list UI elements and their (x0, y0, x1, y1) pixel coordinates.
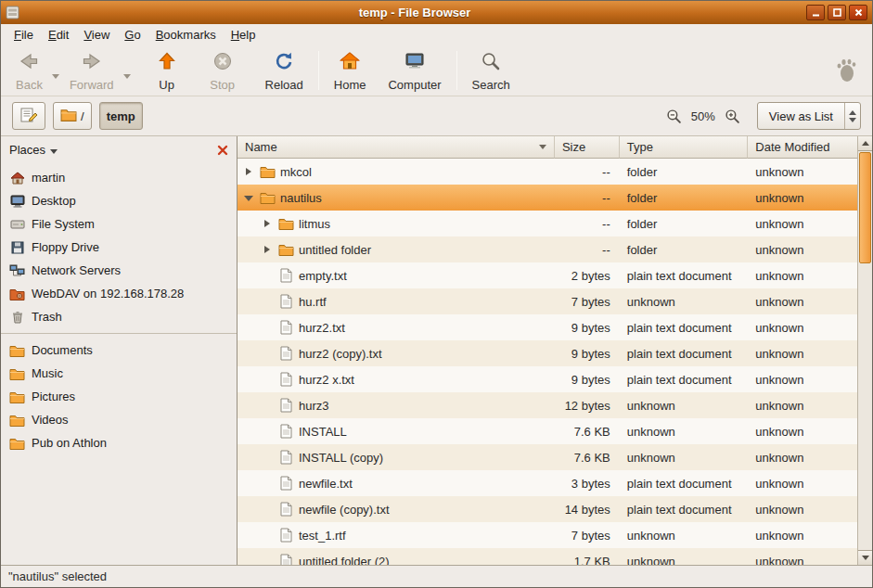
back-history-dropdown[interactable] (50, 59, 62, 83)
file-row-empty-txt[interactable]: empty.txt 2 bytes plain text document un… (238, 262, 857, 288)
minimize-button[interactable] (806, 5, 825, 20)
file-row-newfile-copy-txt[interactable]: newfile (copy).txt 14 bytes plain text d… (238, 496, 857, 522)
sidebar-mode-select[interactable]: Places (9, 143, 58, 157)
file-size: 9 bytes (555, 321, 620, 335)
scrollbar-thumb[interactable] (859, 152, 871, 263)
file-row-nautilus[interactable]: nautilus -- folder unknown (238, 185, 857, 211)
file-row-install[interactable]: INSTALL 7.6 KB unknown unknown (238, 418, 857, 444)
file-row-hurz3[interactable]: hurz3 12 bytes unknown unknown (238, 392, 857, 418)
forward-history-dropdown[interactable] (122, 59, 134, 83)
view-mode-spinner[interactable] (844, 103, 860, 129)
column-header-date-modified[interactable]: Date Modified (748, 136, 857, 159)
reload-button[interactable]: Reload (258, 47, 311, 94)
maximize-button[interactable] (828, 5, 846, 20)
sidebar-item-network-servers[interactable]: Network Servers (1, 259, 237, 282)
file-date-modified: unknown (748, 399, 857, 413)
expander (262, 270, 273, 281)
file-type: folder (620, 165, 749, 179)
file-type: plain text document (620, 321, 749, 335)
home-label: Home (334, 78, 366, 92)
sidebar-item-webdav-on-192-168-178-28[interactable]: WebDAV on 192.168.178.28 (1, 282, 237, 305)
menu-file[interactable]: File (6, 25, 41, 45)
sidebar-item-pictures[interactable]: Pictures (1, 385, 237, 408)
file-row-hurz2-copy-txt[interactable]: hurz2 (copy).txt 9 bytes plain text docu… (238, 340, 857, 366)
close-button[interactable] (849, 5, 867, 20)
file-date-modified: unknown (748, 217, 857, 231)
expander-collapsed-icon[interactable] (262, 218, 273, 229)
sidebar-item-videos[interactable]: Videos (1, 408, 237, 431)
expander (262, 322, 273, 333)
sidebar-separator (1, 333, 237, 334)
path-root-button[interactable]: / (53, 102, 92, 130)
file-row-mkcol[interactable]: mkcol -- folder unknown (238, 159, 857, 185)
home-button[interactable]: Home (327, 47, 374, 94)
file-row-test-1-rtf[interactable]: test_1.rtf 7 bytes unknown unknown (238, 522, 857, 548)
file-size: -- (555, 243, 620, 257)
home-icon (339, 50, 361, 76)
menu-bookmarks[interactable]: Bookmarks (148, 25, 224, 45)
zoom-out-button[interactable] (666, 109, 682, 124)
file-row-litmus[interactable]: litmus -- folder unknown (238, 211, 857, 236)
sidebar-item-floppy-drive[interactable]: Floppy Drive (1, 236, 237, 259)
menu-help[interactable]: Help (224, 25, 263, 45)
up-label: Up (159, 78, 174, 92)
arrow-up-icon (862, 141, 869, 146)
vertical-scrollbar[interactable] (857, 136, 872, 565)
menu-go[interactable]: Go (117, 25, 148, 45)
sidebar-item-pub-on-athlon[interactable]: Pub on Athlon (1, 431, 237, 454)
expander (262, 426, 273, 437)
sidebar-item-label: martin (32, 171, 65, 185)
menu-edit[interactable]: Edit (41, 25, 76, 45)
column-header-size[interactable]: Size (555, 136, 620, 159)
file-row-hurz2-txt[interactable]: hurz2.txt 9 bytes plain text document un… (238, 314, 857, 340)
titlebar[interactable]: temp - File Browser (1, 1, 872, 24)
sidebar-item-documents[interactable]: Documents (1, 339, 237, 362)
file-icon (277, 320, 294, 335)
webdav-icon (9, 288, 25, 300)
expander (262, 556, 273, 565)
name-cell: newfile.txt (238, 476, 555, 491)
expander-collapsed-icon[interactable] (262, 244, 273, 255)
filesystem-icon (9, 219, 25, 230)
zoom-in-button[interactable] (725, 109, 740, 124)
sidebar-item-label: Desktop (32, 194, 76, 208)
forward-button[interactable]: Forward (62, 47, 122, 94)
file-name: INSTALL (copy) (299, 451, 383, 465)
edit-location-toggle[interactable] (12, 102, 45, 130)
file-size: -- (555, 217, 620, 231)
stop-button[interactable]: Stop (202, 47, 243, 94)
file-size: 7 bytes (555, 529, 620, 543)
sidebar-item-label: Pictures (32, 390, 75, 403)
sidebar-close-button[interactable] (217, 145, 228, 156)
view-mode-select[interactable]: View as List (757, 102, 861, 130)
search-button[interactable]: Search (465, 47, 518, 94)
file-type: plain text document (620, 503, 749, 517)
file-row-install-copy-[interactable]: INSTALL (copy) 7.6 KB unknown unknown (238, 444, 857, 470)
spin-down-icon (849, 118, 856, 122)
sidebar-item-martin[interactable]: martin (1, 166, 237, 189)
column-header-name[interactable]: Name (238, 136, 555, 159)
scroll-down-button[interactable] (858, 550, 872, 565)
scroll-up-button[interactable] (858, 136, 872, 151)
expander (262, 530, 273, 541)
expander (262, 452, 273, 463)
file-size: 14 bytes (555, 503, 620, 517)
file-row-untitled-folder-2-[interactable]: untitled folder (2) 1.7 KB unknown unkno… (238, 548, 857, 565)
path-current-button[interactable]: temp (99, 102, 143, 130)
file-row-hurz2-x-txt[interactable]: hurz2 x.txt 9 bytes plain text document … (238, 366, 857, 392)
expander-collapsed-icon[interactable] (243, 166, 254, 177)
file-row-newfile-txt[interactable]: newfile.txt 3 bytes plain text document … (238, 470, 857, 496)
expander-expanded-icon[interactable] (243, 192, 254, 203)
file-row-untitled-folder[interactable]: untitled folder -- folder unknown (238, 236, 857, 262)
sidebar-item-desktop[interactable]: Desktop (1, 189, 237, 212)
column-header-type[interactable]: Type (620, 136, 749, 159)
menu-view[interactable]: View (76, 25, 117, 45)
sidebar-item-file-system[interactable]: File System (1, 212, 237, 236)
back-button[interactable]: Back (8, 47, 50, 94)
sidebar-item-trash[interactable]: Trash (1, 305, 237, 328)
file-row-hu-rtf[interactable]: hu.rtf 7 bytes unknown unknown (238, 288, 857, 314)
sidebar-item-music[interactable]: Music (1, 362, 237, 385)
up-button[interactable]: Up (147, 47, 187, 94)
computer-button[interactable]: Computer (380, 47, 448, 94)
file-name: litmus (299, 217, 330, 231)
